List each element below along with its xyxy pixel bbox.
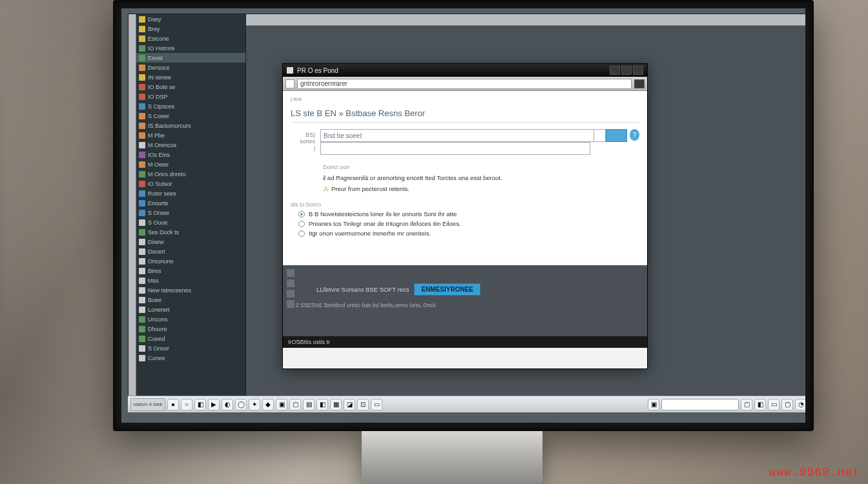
tray-app-icon[interactable]: ▣ <box>648 399 659 410</box>
sidebar-item[interactable]: Decert <box>136 247 245 256</box>
sidebar-item[interactable]: Dersoce <box>136 63 245 72</box>
option-1[interactable]: B B Novetstesteictons loner ils ler onno… <box>298 210 639 217</box>
sidebar-item-label: New Istreceenes <box>148 287 191 294</box>
sidebar-item[interactable]: Bires <box>136 266 245 276</box>
search-input[interactable] <box>320 129 594 142</box>
sidebar-item[interactable]: M Oncs dnreto <box>136 169 245 179</box>
taskbar-app-icon[interactable]: ◯ <box>235 399 247 410</box>
tray-icon[interactable]: ◔ <box>795 399 805 410</box>
taskbar-app-icon[interactable]: ▶ <box>208 399 220 410</box>
sidebar-item-label: M Oeee <box>148 161 169 168</box>
taskbar-app-icon[interactable]: ◆ <box>262 399 274 410</box>
sidebar-item[interactable]: Ses Dock ts <box>136 227 245 237</box>
sidebar-item[interactable]: M Orencos <box>136 140 245 150</box>
tool-icon[interactable] <box>287 279 294 287</box>
start-button[interactable]: staton d stek <box>130 398 165 411</box>
sidebar-item[interactable]: IO DSP <box>136 92 245 101</box>
sidebar-item-label: Boee <box>148 297 161 303</box>
taskbar-search[interactable] <box>661 399 739 410</box>
taskbar-app-icon[interactable]: ▢ <box>289 399 301 410</box>
folder-icon <box>139 287 145 294</box>
sidebar-item[interactable]: IN senee <box>136 72 245 82</box>
go-button[interactable] <box>606 129 627 142</box>
taskbar-app-icon[interactable]: ◪ <box>344 399 355 410</box>
page-icon <box>285 79 294 88</box>
sidebar-item[interactable]: Brey <box>136 24 245 34</box>
tray-icon[interactable]: ◧ <box>754 399 766 410</box>
sidebar-item[interactable]: IO Hstrore <box>136 43 245 53</box>
taskbar-app-icon[interactable]: ▦ <box>330 399 342 410</box>
taskbar-app-icon[interactable]: ⊡ <box>357 399 369 410</box>
sidebar-item[interactable]: S Onsor <box>136 343 245 353</box>
footer-action-row: LLlletvre Sorsans BSE SOFT recs ENMESIYR… <box>316 283 639 296</box>
sidebar-item[interactable]: S Ctpsces <box>136 101 245 111</box>
sidebar-item[interactable]: Coeed <box>136 334 245 343</box>
tray-icon[interactable]: ▢ <box>741 399 752 410</box>
taskbar-app-icon[interactable]: ◧ <box>194 399 206 410</box>
taskbar-app-icon[interactable]: ◧ <box>316 399 328 410</box>
input-suffix[interactable] <box>594 129 605 142</box>
sidebar-item[interactable]: IOs Eins <box>136 150 245 159</box>
sidebar-item[interactable]: M Pbe <box>136 130 245 140</box>
option-2[interactable]: Preanes tos Tinlegr onar de tritogron if… <box>298 220 639 227</box>
tool-icon[interactable] <box>287 290 294 297</box>
folder-icon <box>139 258 145 265</box>
sidebar-item[interactable]: Enourte <box>136 198 245 208</box>
folder-icon <box>139 171 145 177</box>
sidebar-item[interactable]: S Oooe <box>136 217 245 227</box>
footer-panel: LLlletvre Sorsans BSE SOFT recs ENMESIYR… <box>283 265 647 336</box>
sidebar-item[interactable]: Uncons <box>136 314 245 324</box>
primary-action-button[interactable]: ENMESIYRONEE <box>414 283 480 296</box>
taskbar-app-icon[interactable]: ▣ <box>276 399 287 410</box>
close-button[interactable] <box>633 66 643 75</box>
tray-icon[interactable]: ▭ <box>768 399 780 410</box>
sidebar-item[interactable]: Orsonune <box>136 256 245 266</box>
sidebar-tree[interactable]: DseyBreyEstconeIO HstroreEeostDersoceIN … <box>136 14 246 399</box>
sidebar-item[interactable]: Conee <box>136 353 245 363</box>
folder-icon <box>139 123 145 129</box>
sidebar-item[interactable]: Estcone <box>136 34 245 43</box>
sidebar-item[interactable]: New Istreceenes <box>136 285 245 295</box>
sidebar-item[interactable]: S Orsee <box>136 208 245 217</box>
sidebar-item[interactable]: Dsey <box>136 14 245 24</box>
folder-icon <box>139 94 145 100</box>
sidebar-item[interactable]: Boee <box>136 295 245 305</box>
tray-icon[interactable]: ▢ <box>781 399 793 410</box>
footer-note: 2 SSESNE lbentbrol onnto ban bd berbLoem… <box>296 302 639 308</box>
info-icon[interactable]: ? <box>630 129 639 141</box>
sidebar-item[interactable]: Mss <box>136 276 245 285</box>
minimize-button[interactable] <box>610 66 620 75</box>
url-input[interactable]: gntnroroernrarer <box>297 79 632 89</box>
sidebar-item[interactable]: S Coeer <box>136 111 245 121</box>
taskbar-app-icon[interactable]: ● <box>167 399 179 410</box>
footer-text: LLlletvre Sorsans BSE SOFT recs <box>316 286 409 293</box>
sidebar-item[interactable]: Roter sees <box>136 188 245 198</box>
option-3[interactable]: Itgr onon voermornone Irenerhe mr onerit… <box>298 230 639 237</box>
url-go-button[interactable] <box>634 79 645 88</box>
sidebar-item[interactable]: Lonerert <box>136 305 245 314</box>
sidebar-item-label: Uncons <box>148 316 168 323</box>
sidebar-item-label: S Coeer <box>148 113 169 119</box>
taskbar-app-icon[interactable]: ◐ <box>222 399 233 410</box>
taskbar-app-icon[interactable]: ○ <box>181 399 192 410</box>
sidebar-item-label: Bires <box>148 268 161 274</box>
maximize-button[interactable] <box>621 66 632 75</box>
sidebar-item[interactable]: IO Bote se <box>136 82 245 92</box>
sidebar-item-label: M Oncs dnreto <box>148 171 186 177</box>
sidebar-item[interactable]: IS Bactomorcurs <box>136 121 245 130</box>
sidebar-item-label: Brey <box>148 26 160 32</box>
sidebar-item[interactable]: Dhoore <box>136 324 245 334</box>
sidebar-item[interactable]: Disew <box>136 237 245 247</box>
taskbar-app-icon[interactable]: ✦ <box>249 399 260 410</box>
sidebar-item[interactable]: iO Sutsor <box>136 179 245 188</box>
taskbar-app-icon[interactable]: ▤ <box>303 399 315 410</box>
sidebar-item-label: Disew <box>148 239 164 245</box>
sidebar-item[interactable]: M Oeee <box>136 159 245 169</box>
taskbar-app-icon[interactable]: ▭ <box>371 399 382 410</box>
folder-icon <box>139 84 145 90</box>
secondary-input[interactable] <box>320 142 590 155</box>
sidebar-item[interactable]: Eeost <box>136 53 245 63</box>
tool-icon[interactable] <box>287 300 294 308</box>
dialog-titlebar[interactable]: PR O es Pond <box>283 64 647 77</box>
tool-icon[interactable] <box>287 269 294 277</box>
